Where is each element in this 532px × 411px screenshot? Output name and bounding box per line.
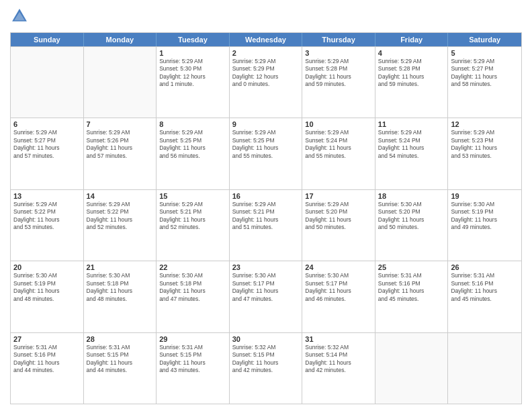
day-number: 25 xyxy=(378,263,445,271)
cell-info: Sunrise: 5:29 AM Sunset: 5:20 PM Dayligh… xyxy=(305,201,372,232)
day-number: 31 xyxy=(305,335,372,343)
calendar: SundayMondayTuesdayWednesdayThursdayFrid… xyxy=(10,32,522,404)
header-day-sunday: Sunday xyxy=(11,33,84,46)
day-number: 20 xyxy=(13,263,81,271)
day-number: 11 xyxy=(378,120,445,128)
cal-cell-r3-c6: 26Sunrise: 5:31 AM Sunset: 5:16 PM Dayli… xyxy=(448,261,521,332)
day-number: 29 xyxy=(159,335,226,343)
cell-info: Sunrise: 5:30 AM Sunset: 5:19 PM Dayligh… xyxy=(451,201,519,232)
cell-info: Sunrise: 5:29 AM Sunset: 5:28 PM Dayligh… xyxy=(305,58,372,89)
day-number: 21 xyxy=(87,263,154,271)
cell-info: Sunrise: 5:29 AM Sunset: 5:26 PM Dayligh… xyxy=(87,129,154,160)
day-number: 28 xyxy=(87,335,154,343)
cell-info: Sunrise: 5:29 AM Sunset: 5:28 PM Dayligh… xyxy=(378,58,445,89)
cell-info: Sunrise: 5:31 AM Sunset: 5:16 PM Dayligh… xyxy=(13,344,81,375)
cell-info: Sunrise: 5:30 AM Sunset: 5:19 PM Dayligh… xyxy=(13,272,81,303)
cal-cell-r1-c2: 8Sunrise: 5:29 AM Sunset: 5:25 PM Daylig… xyxy=(157,118,230,189)
cal-cell-r2-c4: 17Sunrise: 5:29 AM Sunset: 5:20 PM Dayli… xyxy=(302,190,375,261)
logo xyxy=(10,7,30,26)
cal-cell-r1-c6: 12Sunrise: 5:29 AM Sunset: 5:23 PM Dayli… xyxy=(448,118,521,189)
cal-cell-r2-c6: 19Sunrise: 5:30 AM Sunset: 5:19 PM Dayli… xyxy=(448,190,521,261)
cell-info: Sunrise: 5:31 AM Sunset: 5:15 PM Dayligh… xyxy=(87,344,154,375)
cal-cell-r0-c2: 1Sunrise: 5:29 AM Sunset: 5:30 PM Daylig… xyxy=(157,47,230,118)
cal-cell-r1-c0: 6Sunrise: 5:29 AM Sunset: 5:27 PM Daylig… xyxy=(11,118,84,189)
calendar-row-1: 6Sunrise: 5:29 AM Sunset: 5:27 PM Daylig… xyxy=(11,118,521,189)
day-number: 27 xyxy=(13,335,81,343)
cal-cell-r1-c5: 11Sunrise: 5:29 AM Sunset: 5:24 PM Dayli… xyxy=(375,118,449,189)
day-number: 13 xyxy=(13,192,81,200)
day-number: 23 xyxy=(232,263,300,271)
cal-cell-r2-c2: 15Sunrise: 5:29 AM Sunset: 5:21 PM Dayli… xyxy=(157,190,230,261)
cal-cell-r4-c2: 29Sunrise: 5:31 AM Sunset: 5:15 PM Dayli… xyxy=(157,333,230,404)
cal-cell-r1-c4: 10Sunrise: 5:29 AM Sunset: 5:24 PM Dayli… xyxy=(302,118,375,189)
day-number: 12 xyxy=(451,120,519,128)
day-number: 3 xyxy=(305,49,372,57)
day-number: 5 xyxy=(451,49,519,57)
day-number: 4 xyxy=(378,49,445,57)
cell-info: Sunrise: 5:30 AM Sunset: 5:17 PM Dayligh… xyxy=(232,272,300,303)
cal-cell-r1-c1: 7Sunrise: 5:29 AM Sunset: 5:26 PM Daylig… xyxy=(84,118,157,189)
day-number: 1 xyxy=(159,49,226,57)
cell-info: Sunrise: 5:29 AM Sunset: 5:24 PM Dayligh… xyxy=(305,129,372,160)
header-day-saturday: Saturday xyxy=(448,33,521,46)
day-number: 9 xyxy=(232,120,300,128)
day-number: 30 xyxy=(232,335,300,343)
cal-cell-r4-c4: 31Sunrise: 5:32 AM Sunset: 5:14 PM Dayli… xyxy=(302,333,375,404)
cal-cell-r0-c4: 3Sunrise: 5:29 AM Sunset: 5:28 PM Daylig… xyxy=(302,47,375,118)
cell-info: Sunrise: 5:31 AM Sunset: 5:16 PM Dayligh… xyxy=(378,272,445,303)
day-number: 15 xyxy=(159,192,226,200)
cell-info: Sunrise: 5:29 AM Sunset: 5:21 PM Dayligh… xyxy=(159,201,226,232)
cell-info: Sunrise: 5:29 AM Sunset: 5:25 PM Dayligh… xyxy=(159,129,226,160)
cell-info: Sunrise: 5:29 AM Sunset: 5:21 PM Dayligh… xyxy=(232,201,300,232)
day-number: 19 xyxy=(451,192,519,200)
cell-info: Sunrise: 5:32 AM Sunset: 5:15 PM Dayligh… xyxy=(232,344,300,375)
cal-cell-r0-c0 xyxy=(11,47,84,118)
cal-cell-r2-c0: 13Sunrise: 5:29 AM Sunset: 5:22 PM Dayli… xyxy=(11,190,84,261)
day-number: 17 xyxy=(305,192,372,200)
cell-info: Sunrise: 5:29 AM Sunset: 5:27 PM Dayligh… xyxy=(13,129,81,160)
cell-info: Sunrise: 5:31 AM Sunset: 5:16 PM Dayligh… xyxy=(451,272,519,303)
cal-cell-r2-c3: 16Sunrise: 5:29 AM Sunset: 5:21 PM Dayli… xyxy=(230,190,303,261)
cal-cell-r4-c6 xyxy=(448,333,521,404)
cal-cell-r3-c2: 22Sunrise: 5:30 AM Sunset: 5:18 PM Dayli… xyxy=(157,261,230,332)
cal-cell-r0-c1 xyxy=(84,47,157,118)
cell-info: Sunrise: 5:29 AM Sunset: 5:30 PM Dayligh… xyxy=(159,58,226,89)
cell-info: Sunrise: 5:30 AM Sunset: 5:20 PM Dayligh… xyxy=(378,201,445,232)
cell-info: Sunrise: 5:30 AM Sunset: 5:18 PM Dayligh… xyxy=(87,272,154,303)
cal-cell-r1-c3: 9Sunrise: 5:29 AM Sunset: 5:25 PM Daylig… xyxy=(230,118,303,189)
day-number: 6 xyxy=(13,120,81,128)
calendar-row-3: 20Sunrise: 5:30 AM Sunset: 5:19 PM Dayli… xyxy=(11,261,521,332)
day-number: 18 xyxy=(378,192,445,200)
day-number: 2 xyxy=(232,49,300,57)
header-day-monday: Monday xyxy=(84,33,157,46)
cal-cell-r4-c1: 28Sunrise: 5:31 AM Sunset: 5:15 PM Dayli… xyxy=(84,333,157,404)
cell-info: Sunrise: 5:29 AM Sunset: 5:29 PM Dayligh… xyxy=(232,58,300,89)
cal-cell-r0-c5: 4Sunrise: 5:29 AM Sunset: 5:28 PM Daylig… xyxy=(375,47,449,118)
cal-cell-r3-c4: 24Sunrise: 5:30 AM Sunset: 5:17 PM Dayli… xyxy=(302,261,375,332)
header-day-friday: Friday xyxy=(375,33,449,46)
header-day-thursday: Thursday xyxy=(302,33,375,46)
header-day-tuesday: Tuesday xyxy=(157,33,230,46)
cell-info: Sunrise: 5:29 AM Sunset: 5:25 PM Dayligh… xyxy=(232,129,300,160)
cell-info: Sunrise: 5:32 AM Sunset: 5:14 PM Dayligh… xyxy=(305,344,372,375)
cell-info: Sunrise: 5:30 AM Sunset: 5:18 PM Dayligh… xyxy=(159,272,226,303)
logo-icon xyxy=(10,7,29,26)
day-number: 7 xyxy=(87,120,154,128)
cal-cell-r4-c3: 30Sunrise: 5:32 AM Sunset: 5:15 PM Dayli… xyxy=(230,333,303,404)
cal-cell-r2-c5: 18Sunrise: 5:30 AM Sunset: 5:20 PM Dayli… xyxy=(375,190,449,261)
cell-info: Sunrise: 5:29 AM Sunset: 5:22 PM Dayligh… xyxy=(87,201,154,232)
cell-info: Sunrise: 5:29 AM Sunset: 5:27 PM Dayligh… xyxy=(451,58,519,89)
day-number: 14 xyxy=(87,192,154,200)
cal-cell-r0-c3: 2Sunrise: 5:29 AM Sunset: 5:29 PM Daylig… xyxy=(230,47,303,118)
cal-cell-r3-c0: 20Sunrise: 5:30 AM Sunset: 5:19 PM Dayli… xyxy=(11,261,84,332)
calendar-row-0: 1Sunrise: 5:29 AM Sunset: 5:30 PM Daylig… xyxy=(11,46,521,118)
cal-cell-r0-c6: 5Sunrise: 5:29 AM Sunset: 5:27 PM Daylig… xyxy=(448,47,521,118)
cal-cell-r2-c1: 14Sunrise: 5:29 AM Sunset: 5:22 PM Dayli… xyxy=(84,190,157,261)
cell-info: Sunrise: 5:30 AM Sunset: 5:17 PM Dayligh… xyxy=(305,272,372,303)
page: SundayMondayTuesdayWednesdayThursdayFrid… xyxy=(0,0,532,411)
cal-cell-r3-c1: 21Sunrise: 5:30 AM Sunset: 5:18 PM Dayli… xyxy=(84,261,157,332)
calendar-row-2: 13Sunrise: 5:29 AM Sunset: 5:22 PM Dayli… xyxy=(11,189,521,261)
cal-cell-r4-c5 xyxy=(375,333,449,404)
day-number: 8 xyxy=(159,120,226,128)
calendar-row-4: 27Sunrise: 5:31 AM Sunset: 5:16 PM Dayli… xyxy=(11,332,521,404)
